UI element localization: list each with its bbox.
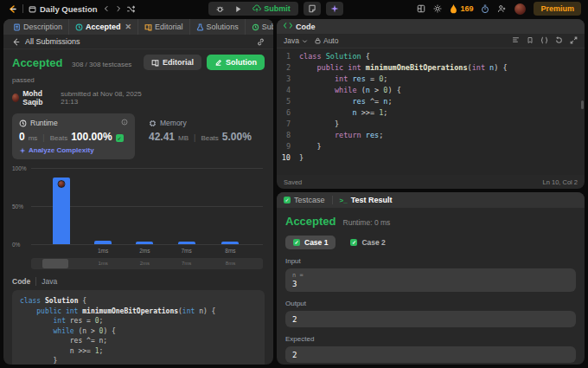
timer-icon[interactable] [481, 4, 489, 14]
tab-description[interactable]: Description [7, 19, 69, 35]
case-button-1[interactable]: ✓Case 1 [285, 236, 336, 249]
chart-bar-7ms[interactable] [178, 242, 195, 244]
tab-submissions[interactable]: Submissions [246, 19, 273, 35]
maximize-icon[interactable] [570, 36, 578, 46]
editorial-button[interactable]: Editorial [144, 55, 201, 70]
test-result-content: Accepted Runtime: 0 ms ✓Case 1✓Case 2 In… [277, 208, 585, 365]
lock-icon [315, 37, 321, 44]
reset-code-icon[interactable] [555, 36, 563, 46]
code-line: class Solution { [20, 296, 257, 307]
test-panel-tabs: ✓ Testcase >_ Test Result [277, 192, 585, 208]
expected-box[interactable]: 2 [285, 346, 576, 363]
code-section-header: Code Java [12, 277, 265, 286]
submissions-history-icon [252, 23, 259, 31]
output-label: Output [285, 300, 576, 307]
cursor-position: Ln 10, Col 2 [543, 178, 578, 186]
streak-counter[interactable]: 169 [450, 4, 473, 14]
premium-button[interactable]: Premium [534, 2, 581, 16]
edit-icon [214, 59, 222, 67]
notes-icon[interactable] [304, 2, 321, 16]
invite-user-icon[interactable] [497, 4, 507, 13]
tab-editorial[interactable]: Editorial [138, 19, 190, 35]
debug-icon[interactable] [212, 3, 228, 15]
code-brackets-icon [284, 22, 292, 31]
test-status-badge: Accepted [285, 215, 336, 228]
editor-toolbar: Java Auto [277, 34, 585, 48]
book-icon [151, 59, 159, 67]
user-avatar[interactable] [514, 3, 526, 15]
test-runtime: Runtime: 0 ms [343, 218, 391, 227]
runtime-value: 0 [19, 131, 25, 143]
layout-icon[interactable] [417, 4, 425, 13]
prev-question-button[interactable] [103, 5, 110, 12]
memory-card[interactable]: Memory 42.41 MB | Beats 5.00% [142, 113, 265, 159]
editor-body[interactable]: 1class Solution {2 public int minimumOne… [277, 48, 585, 175]
chart-bar-0ms[interactable] [53, 178, 70, 244]
analyze-complexity-link[interactable]: Analyze Complexity [19, 146, 128, 154]
line-number: 6 [277, 107, 299, 119]
code-line: 9 } [277, 141, 585, 152]
preview-code-lines: class Solution { public int minimumOneBi… [20, 296, 257, 365]
streak-count: 169 [460, 4, 473, 13]
sparkle-icon [19, 147, 26, 154]
next-question-button[interactable] [115, 5, 122, 12]
test-result-panel: ✓ Testcase >_ Test Result Accepted Runti… [277, 192, 585, 365]
tab-testcase[interactable]: ✓ Testcase [284, 196, 325, 204]
solution-button[interactable]: Solution [207, 55, 265, 70]
run-button[interactable] [230, 3, 246, 15]
chart-bar-8ms[interactable] [221, 242, 239, 244]
cloud-upload-icon [252, 4, 261, 13]
submission-detail: Accepted 308 / 308 testcases passed Mohd… [3, 49, 273, 365]
line-number: 3 [277, 74, 299, 85]
expected-value: 2 [292, 351, 569, 359]
back-arrow-icon[interactable] [12, 38, 20, 46]
memory-chip-icon [149, 119, 157, 127]
scrubber-tick: 7ms [182, 261, 191, 266]
chart-scrubber[interactable]: 1ms2ms7ms8ms [31, 258, 263, 269]
editor-scrollbar[interactable] [581, 100, 584, 109]
ai-sparkle-icon[interactable] [326, 2, 343, 16]
case-check-icon: ✓ [293, 239, 300, 246]
line-number: 5 [277, 96, 299, 107]
author-avatar[interactable] [12, 94, 19, 102]
daily-question-button[interactable]: Daily Question [29, 4, 98, 14]
author-name[interactable]: Mohd Saqib [22, 89, 57, 107]
output-box[interactable]: 2 [285, 311, 576, 327]
close-tab-icon[interactable]: ✕ [125, 23, 132, 31]
breadcrumb[interactable]: All Submissions [25, 37, 80, 46]
code-editor-panel: Code Java Auto [277, 19, 585, 189]
code-line: 6 n >>= 1; [277, 107, 585, 119]
submit-button[interactable]: Submit [248, 3, 295, 15]
braces-icon[interactable] [540, 36, 548, 46]
settings-gear-icon[interactable] [433, 4, 442, 13]
leetcode-logo-icon[interactable] [7, 3, 17, 15]
chart-bar-2ms[interactable] [136, 242, 153, 244]
io-sections: Inputn =3Output2Expected2 [285, 257, 576, 363]
share-link-icon[interactable] [257, 38, 265, 46]
chart-bar-1ms[interactable] [94, 241, 112, 244]
runtime-card[interactable]: Runtime 0 ms | Beats 100.00% ✓ [12, 113, 135, 159]
left-tabbar: Description Accepted ✕ Editorial Solutio… [3, 19, 273, 35]
clock-icon [19, 119, 27, 127]
input-box[interactable]: n =3 [285, 268, 576, 292]
auto-toggle[interactable]: Auto [315, 36, 339, 45]
scrubber-brush[interactable] [42, 259, 67, 268]
tab-solutions[interactable]: Solutions [190, 19, 246, 35]
tab-accepted[interactable]: Accepted ✕ [69, 19, 138, 35]
runtime-distribution-chart: 100%50%0%1ms2ms7ms8ms [12, 166, 265, 256]
info-icon[interactable] [121, 119, 128, 127]
line-number: 9 [277, 141, 299, 152]
shuffle-icon[interactable] [127, 5, 135, 13]
y-axis-tick: 50% [12, 203, 28, 210]
bookmark-icon[interactable] [527, 36, 534, 46]
case-button-2[interactable]: ✓Case 2 [342, 236, 393, 249]
code-line: int res = 0; [20, 316, 257, 326]
submission-panel: Description Accepted ✕ Editorial Solutio… [3, 19, 273, 365]
tab-test-result[interactable]: >_ Test Result [340, 196, 393, 204]
case-label: Case 1 [304, 238, 328, 247]
format-code-icon[interactable] [512, 36, 520, 46]
language-selector[interactable]: Java [284, 36, 308, 45]
code-line: 10} [277, 152, 585, 164]
x-axis-tick: 7ms [181, 248, 191, 254]
case-label: Case 2 [361, 238, 385, 247]
